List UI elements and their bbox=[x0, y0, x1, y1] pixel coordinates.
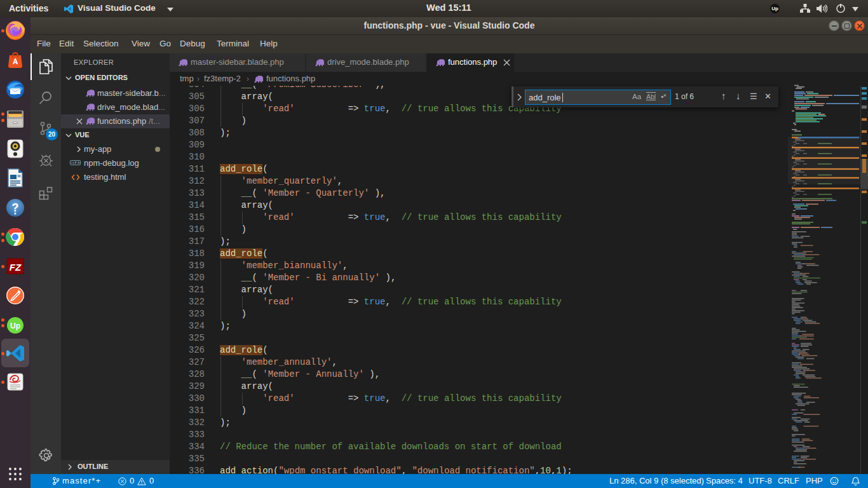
svg-text:FZ: FZ bbox=[10, 262, 22, 273]
svg-text:?: ? bbox=[12, 201, 19, 214]
svg-text:Up: Up bbox=[10, 322, 20, 330]
